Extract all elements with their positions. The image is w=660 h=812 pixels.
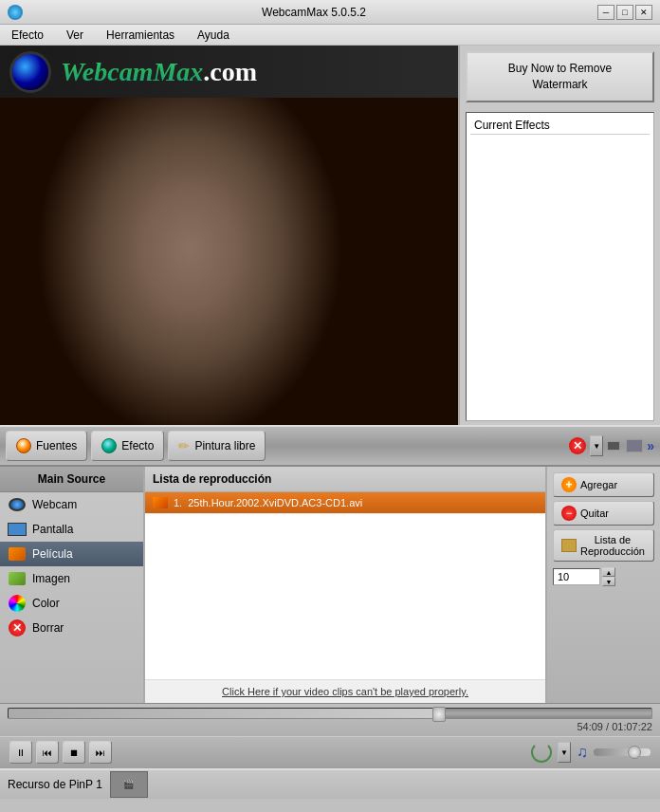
- close-button[interactable]: ✕: [635, 5, 652, 20]
- pinp-thumb-icon: 🎬: [123, 780, 134, 789]
- lista-icon: [561, 539, 577, 552]
- webcam-eye-icon: [9, 51, 51, 93]
- pintura-label: Pintura libre: [194, 439, 255, 452]
- time-current: 54:09: [577, 721, 603, 732]
- logo-text: WebcamMax: [61, 57, 203, 87]
- click-here-message[interactable]: Click Here if your video clips can't be …: [145, 679, 545, 703]
- efecto-button[interactable]: Efecto: [91, 431, 164, 461]
- effect-dropdown-button[interactable]: ▼: [590, 435, 603, 456]
- playlist-item-number: 1.: [174, 497, 182, 508]
- video-panel: WebcamMax .com: [0, 46, 458, 425]
- right-panel: Buy Now to Remove Watermark Current Effe…: [458, 46, 660, 425]
- seekbar-track[interactable]: [8, 708, 652, 719]
- webcam-source-icon: [8, 497, 27, 512]
- pantalla-source-icon: [8, 522, 27, 537]
- pinp-thumbnail[interactable]: 🎬: [110, 771, 148, 798]
- fuentes-label: Fuentes: [36, 439, 77, 452]
- seekbar-area: 54:09 / 01:07:22: [0, 703, 660, 736]
- lista-label: Lista deReproducción: [580, 534, 645, 557]
- quitar-button[interactable]: − Quitar: [553, 501, 654, 526]
- playback-right: ▼ ♫: [531, 742, 651, 763]
- main-area: WebcamMax .com Buy Now to Remove Waterma…: [0, 46, 660, 425]
- efecto-icon: [101, 438, 117, 453]
- logo-domain: .com: [203, 57, 257, 87]
- agregar-button[interactable]: + Agregar: [553, 472, 654, 497]
- stop-button[interactable]: ⏹: [63, 741, 85, 764]
- sources-playlist-area: Main Source Webcam Pantalla Película: [0, 467, 660, 703]
- bottom-section: Main Source Webcam Pantalla Película: [0, 467, 660, 799]
- menu-herramientas[interactable]: Herramientas: [102, 27, 178, 44]
- rewind-button[interactable]: ⏮: [36, 741, 59, 764]
- borrar-label: Borrar: [32, 621, 64, 635]
- sources-panel: Main Source Webcam Pantalla Película: [0, 467, 145, 703]
- music-icon[interactable]: ♫: [577, 744, 588, 761]
- color-source-icon: [8, 596, 27, 611]
- fuentes-button[interactable]: Fuentes: [6, 431, 87, 461]
- window-controls: ─ □ ✕: [597, 5, 652, 20]
- effects-panel: Current Effects: [466, 112, 654, 421]
- pelicula-label: Película: [32, 547, 73, 561]
- video-display: [0, 98, 458, 425]
- minimize-button[interactable]: ─: [597, 5, 614, 20]
- imagen-source-icon: [8, 571, 27, 586]
- list-number-input[interactable]: 10: [553, 568, 600, 585]
- list-number-spinner: 10 ▲ ▼: [553, 567, 654, 586]
- pinp-label: Recurso de PinP 1: [8, 778, 102, 791]
- spin-up-button[interactable]: ▲: [602, 567, 615, 577]
- webcam-label: Webcam: [32, 498, 77, 511]
- lista-button[interactable]: Lista deReproducción: [553, 529, 654, 562]
- expand-button[interactable]: »: [647, 438, 654, 453]
- source-item-webcam[interactable]: Webcam: [0, 492, 143, 517]
- fuentes-icon: [16, 438, 31, 453]
- efecto-label: Efecto: [121, 439, 154, 452]
- source-item-pelicula[interactable]: Película: [0, 542, 143, 566]
- playlist-item-icon: [153, 497, 168, 508]
- toolbar: Fuentes Efecto ✏ Pintura libre ✕ ▼ »: [0, 425, 660, 467]
- remove-effect-button[interactable]: ✕: [569, 437, 586, 454]
- playlist-header: Lista de reproducción: [145, 467, 545, 492]
- playlist-items: 1. 25th.Hour.2002.XviDVD.AC3-CD1.avi: [145, 492, 545, 679]
- playlist-item[interactable]: 1. 25th.Hour.2002.XviDVD.AC3-CD1.avi: [145, 492, 545, 514]
- refresh-dropdown[interactable]: ▼: [558, 742, 571, 763]
- source-item-color[interactable]: Color: [0, 591, 143, 616]
- remove-icon: −: [561, 506, 577, 521]
- pantalla-label: Pantalla: [32, 523, 73, 536]
- volume-slider[interactable]: [594, 748, 651, 756]
- maximize-button[interactable]: □: [616, 5, 633, 20]
- source-item-borrar[interactable]: ✕ Borrar: [0, 616, 143, 640]
- playlist-item-name: 25th.Hour.2002.XviDVD.AC3-CD1.avi: [188, 497, 362, 508]
- volume-thumb[interactable]: [628, 746, 641, 759]
- pause-button[interactable]: ⏸: [9, 741, 32, 764]
- buy-now-button[interactable]: Buy Now to Remove Watermark: [466, 51, 654, 102]
- source-item-pantalla[interactable]: Pantalla: [0, 517, 143, 542]
- menu-ver[interactable]: Ver: [63, 27, 87, 44]
- controls-panel: + Agregar − Quitar Lista deReproducción …: [546, 467, 660, 703]
- video-frame: [0, 98, 458, 425]
- imagen-label: Imagen: [32, 572, 70, 585]
- playback-controls: ⏸ ⏮ ⏹ ⏭ ▼ ♫: [0, 736, 660, 768]
- menu-ayuda[interactable]: Ayuda: [193, 27, 233, 44]
- time-display: 54:09 / 01:07:22: [8, 721, 652, 732]
- playlist-panel: Lista de reproducción 1. 25th.Hour.2002.…: [145, 467, 546, 703]
- agregar-label: Agregar: [580, 479, 617, 490]
- view-toggle-icon2[interactable]: [626, 439, 643, 452]
- spin-down-button[interactable]: ▼: [602, 577, 615, 586]
- window-title: WebcamMax 5.0.5.2: [30, 6, 597, 19]
- app-logo-icon: [8, 5, 23, 20]
- pencil-icon: ✏: [178, 438, 190, 453]
- time-total: 01:07:22: [612, 721, 652, 732]
- view-toggle-icon[interactable]: [607, 441, 620, 451]
- seekbar-fill: [9, 709, 439, 718]
- menu-efecto[interactable]: Efecto: [8, 27, 47, 44]
- pintura-button[interactable]: ✏ Pintura libre: [168, 431, 266, 461]
- source-item-imagen[interactable]: Imagen: [0, 566, 143, 591]
- sources-header: Main Source: [0, 467, 143, 492]
- refresh-button[interactable]: [531, 742, 552, 763]
- fast-forward-button[interactable]: ⏭: [89, 741, 112, 764]
- spinner-arrows: ▲ ▼: [602, 567, 615, 586]
- menu-bar: Efecto Ver Herramientas Ayuda: [0, 25, 660, 46]
- seekbar-thumb[interactable]: [432, 707, 446, 722]
- pelicula-source-icon: [8, 546, 27, 562]
- color-label: Color: [32, 597, 60, 610]
- logo-bar: WebcamMax .com: [0, 46, 458, 98]
